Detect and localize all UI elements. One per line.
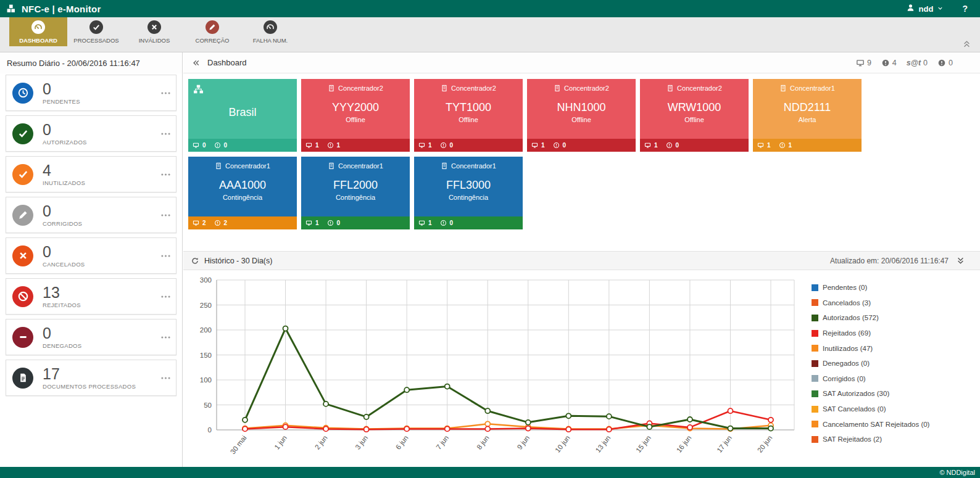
legend-item-6[interactable]: Corrigidos (0)	[812, 371, 929, 387]
help-button[interactable]: ?	[962, 4, 968, 14]
tab-falha-num[interactable]: FALHA NUM.	[241, 17, 299, 46]
tile-name: WRW1000	[640, 101, 749, 114]
legend-item-1[interactable]: Cancelados (3)	[812, 295, 929, 311]
app-logo-icon	[6, 4, 16, 14]
card-menu-button[interactable]	[160, 88, 171, 98]
tab-processados[interactable]: PROCESSADOS	[67, 17, 125, 46]
summary-card-denegados[interactable]: 0DENEGADOS	[6, 319, 176, 355]
svg-text:8 jun: 8 jun	[475, 434, 491, 451]
legend-label: SAT Autorizados (30)	[823, 390, 889, 397]
legend-label: Pendentes (0)	[823, 284, 867, 291]
card-menu-button[interactable]	[160, 291, 171, 302]
alert-icon	[214, 220, 221, 226]
alert-icon	[214, 142, 221, 149]
tile-wrw1000[interactable]: Concentrador2WRW1000Offline10	[640, 79, 749, 152]
legend-item-3[interactable]: Rejeitados (69)	[812, 326, 929, 341]
collapse-sidebar-icon[interactable]	[192, 59, 201, 67]
tile-alert-count: 2	[224, 220, 228, 226]
card-label: AUTORIZADOS	[43, 139, 87, 146]
legend-swatch	[812, 299, 818, 306]
tile-status: Contingência	[188, 194, 297, 201]
legend-swatch	[812, 436, 818, 443]
tile-brasil[interactable]: Brasil00	[188, 79, 297, 152]
legend-swatch	[812, 284, 818, 291]
tile-status: Offline	[301, 116, 410, 123]
legend-item-7[interactable]: SAT Autorizados (30)	[812, 386, 929, 402]
summary-card-rejeitados[interactable]: 13REJEITADOS	[6, 278, 176, 315]
legend-swatch	[812, 390, 818, 397]
check-icon	[89, 20, 103, 34]
legend-item-2[interactable]: Autorizados (572)	[812, 310, 929, 326]
user-menu[interactable]: ndd	[906, 3, 944, 14]
tab-correcao[interactable]: CORREÇÃO	[183, 17, 241, 46]
tile-footer: 10	[414, 216, 523, 229]
tile-name: FFL2000	[301, 179, 410, 192]
svg-text:100: 100	[200, 376, 212, 384]
tile-ffl3000[interactable]: Concentrador1FFL3000Contingência10	[414, 157, 523, 229]
history-title: Histórico - 30 Dia(s)	[204, 257, 272, 265]
tile-ndd2111[interactable]: Concentrador1NDD2111Alerta11	[753, 79, 862, 152]
summary-card-documentos-processados[interactable]: 17DOCUMENTOS PROCESSADOS	[6, 360, 176, 396]
tile-tyt1000[interactable]: Concentrador2TYT1000Offline10	[414, 79, 523, 152]
legend-item-10[interactable]: SAT Rejeitados (2)	[812, 432, 929, 447]
legend-swatch	[812, 345, 818, 352]
monitor-icon	[531, 142, 538, 149]
tile-footer: 10	[640, 139, 749, 152]
alert-icon	[553, 142, 560, 149]
tile-name: NDD2111	[753, 101, 862, 114]
svg-text:6 jun: 6 jun	[394, 434, 410, 451]
legend-item-5[interactable]: Denegados (0)	[812, 356, 929, 371]
svg-text:7 jun: 7 jun	[434, 434, 450, 451]
concentrators-panel: Brasil00Concentrador2YYY2000Offline11Con…	[183, 73, 980, 251]
tile-name: AAA1000	[188, 179, 297, 192]
tab-label: DASHBOARD	[19, 37, 57, 44]
svg-text:10 jun: 10 jun	[554, 434, 571, 454]
monitor-icon	[418, 142, 425, 149]
card-menu-button[interactable]	[160, 373, 171, 383]
tile-nhn1000[interactable]: Concentrador2NHN1000Offline10	[527, 79, 636, 152]
legend-item-4[interactable]: Inutilizados (47)	[812, 340, 929, 356]
tile-yyy2000[interactable]: Concentrador2YYY2000Offline11	[301, 79, 410, 152]
tile-aaa1000[interactable]: Concentrador1AAA1000Contingência22	[188, 157, 297, 229]
pencil-icon	[12, 205, 33, 226]
tile-name: YYY2000	[301, 101, 410, 114]
tab-dashboard[interactable]: DASHBOARD	[9, 17, 67, 46]
legend-label: Autorizados (572)	[823, 314, 879, 321]
tile-group: Concentrador1	[225, 162, 270, 170]
card-menu-button[interactable]	[160, 169, 171, 179]
building-icon	[441, 84, 448, 92]
legend-swatch	[812, 421, 818, 427]
svg-text:150: 150	[200, 352, 212, 359]
tile-monitor-count: 1	[654, 142, 658, 149]
legend-item-8[interactable]: SAT Cancelados (0)	[812, 402, 929, 417]
summary-card-autorizados[interactable]: 0AUTORIZADOS	[6, 115, 176, 152]
tab-invalidos[interactable]: INVÁLIDOS	[125, 17, 183, 46]
card-menu-button[interactable]	[160, 250, 171, 261]
summary-card-corrigidos[interactable]: 0CORRIGIDOS	[6, 197, 176, 233]
monitor-icon	[193, 142, 199, 149]
tile-status: Contingência	[301, 194, 410, 201]
tile-status: Offline	[640, 116, 749, 123]
collapse-history-icon[interactable]	[956, 256, 965, 265]
summary-card-pendentes[interactable]: 0PENDENTES	[6, 75, 176, 111]
card-menu-button[interactable]	[160, 332, 171, 342]
card-value: 0	[43, 203, 82, 219]
card-value: 0	[43, 244, 85, 260]
clock-icon	[12, 83, 33, 104]
card-value: 4	[43, 162, 85, 178]
refresh-icon[interactable]	[191, 257, 199, 265]
tile-ffl2000[interactable]: Concentrador1FFL2000Contingência10	[301, 157, 410, 229]
legend-item-9[interactable]: Cancelamento SAT Rejeitados (0)	[812, 416, 929, 432]
card-menu-button[interactable]	[160, 128, 171, 139]
card-menu-button[interactable]	[160, 210, 171, 220]
tab-label: FALHA NUM.	[253, 37, 288, 44]
history-chart: 05010015020025030030 mai1 jun2 jun3 jun6…	[187, 274, 804, 460]
svg-text:2 jun: 2 jun	[314, 434, 329, 451]
legend-item-0[interactable]: Pendentes (0)	[812, 280, 929, 295]
svg-text:1 jun: 1 jun	[273, 434, 288, 451]
tile-status: Offline	[414, 116, 523, 123]
legend-swatch	[812, 315, 818, 321]
summary-card-cancelados[interactable]: 0CANCELADOS	[6, 237, 176, 274]
collapse-toolbar-icon[interactable]	[962, 39, 971, 49]
summary-card-inutilizados[interactable]: 4INUTILIZADOS	[6, 156, 176, 192]
